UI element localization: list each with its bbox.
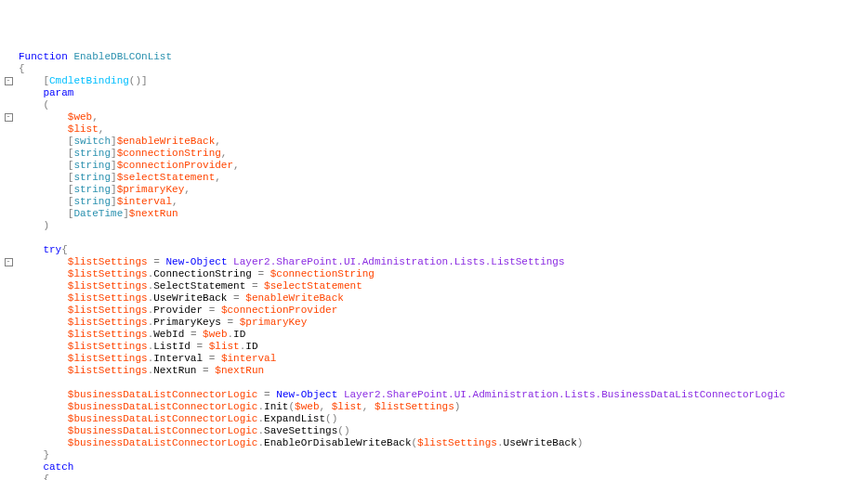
member-init: Init [264,401,288,412]
param-connectionstring: $connectionString [270,268,375,279]
member-id: ID [245,341,257,352]
member-interval: Interval [153,353,203,364]
var-bdlc: $businessDataListConnectorLogic [68,425,258,436]
var-bdlc: $businessDataListConnectorLogic [68,401,258,412]
var-listsettings: $listSettings [68,365,148,376]
param-list: $list [332,401,362,412]
fold-toggle-icon[interactable]: - [5,113,13,122]
type-string: string [73,184,111,195]
type-listsettings: Layer2.SharePoint.UI.Administration.List… [233,256,564,267]
param-web: $web [203,329,227,340]
member-usewriteback: UseWriteBack [504,437,577,448]
param-interval: $interval [221,353,276,364]
fold-gutter: - - - - [0,48,17,480]
function-name: EnableDBLCOnList [73,51,172,62]
param-web: $web [295,401,319,412]
var-listsettings: $listSettings [68,341,148,352]
param-selectstatement: $selectStatement [117,172,216,183]
type-string: string [73,172,111,183]
cmdlet-newobject: New-Object [276,389,337,400]
member-provider: Provider [153,305,203,316]
member-nextrun: NextRun [153,365,196,376]
var-listsettings: $listSettings [68,292,148,304]
type-datetime: DateTime [73,208,123,219]
var-listsettings: $listSettings [68,329,148,340]
var-listsettings: $listSettings [68,353,148,364]
var-bdlc: $businessDataListConnectorLogic [68,413,258,424]
param-nextrun: $nextRun [129,208,178,219]
var-listsettings: $listSettings [417,437,497,448]
param-primarykey: $primaryKey [240,317,308,328]
keyword-function: Function [19,51,68,62]
member-enableordisablewriteback: EnableOrDisableWriteBack [264,437,411,448]
param-enablewriteback: $enableWriteBack [245,292,344,304]
param-list: $list [68,123,99,135]
member-webid: WebId [153,329,184,340]
keyword-param: param [43,87,73,98]
attribute-cmdletbinding: CmdletBinding [49,75,129,86]
member-savesettings: SaveSettings [264,425,337,436]
param-connectionstring: $connectionString [117,148,221,159]
keyword-try: try [43,244,61,255]
var-listsettings: $listSettings [375,401,454,412]
member-expandlist: ExpandList [264,413,325,424]
member-id: ID [233,329,245,340]
param-enablewriteback: $enableWriteBack [117,136,216,147]
var-listsettings: $listSettings [68,305,148,316]
member-primarykeys: PrimaryKeys [153,317,221,328]
fold-toggle-icon[interactable]: - [5,77,13,85]
param-connectionprovider: $connectionProvider [221,305,337,316]
member-connectionstring: ConnectionString [153,268,252,279]
member-selectstatement: SelectStatement [153,280,245,292]
type-string: string [73,160,111,171]
type-string: string [73,148,111,159]
var-listsettings: $listSettings [68,268,148,279]
fold-toggle-icon[interactable]: - [5,258,13,266]
type-switch: switch [73,136,111,147]
var-listsettings: $listSettings [68,280,148,292]
code-content[interactable]: Function EnableDBLCOnList { [CmdletBindi… [17,48,785,480]
member-listid: ListId [153,341,191,352]
param-selectstatement: $selectStatement [264,280,362,292]
member-usewriteback: UseWriteBack [153,292,227,304]
param-web: $web [68,111,92,123]
param-connectionprovider: $connectionProvider [117,160,233,171]
code-editor[interactable]: - - - - Function EnableDBLCOnList { [Cmd… [0,48,868,480]
param-primarykey: $primaryKey [117,184,185,195]
var-listsettings: $listSettings [68,317,148,328]
keyword-catch: catch [43,461,73,473]
param-interval: $interval [117,196,172,207]
cmdlet-newobject: New-Object [165,256,227,267]
var-bdlc: $businessDataListConnectorLogic [68,389,258,400]
var-listsettings: $listSettings [68,256,148,267]
param-list: $list [209,341,240,352]
param-nextrun: $nextRun [215,365,264,376]
type-string: string [73,196,111,207]
var-bdlc: $businessDataListConnectorLogic [68,437,258,448]
type-bdlc: Layer2.SharePoint.UI.Administration.List… [344,389,785,400]
